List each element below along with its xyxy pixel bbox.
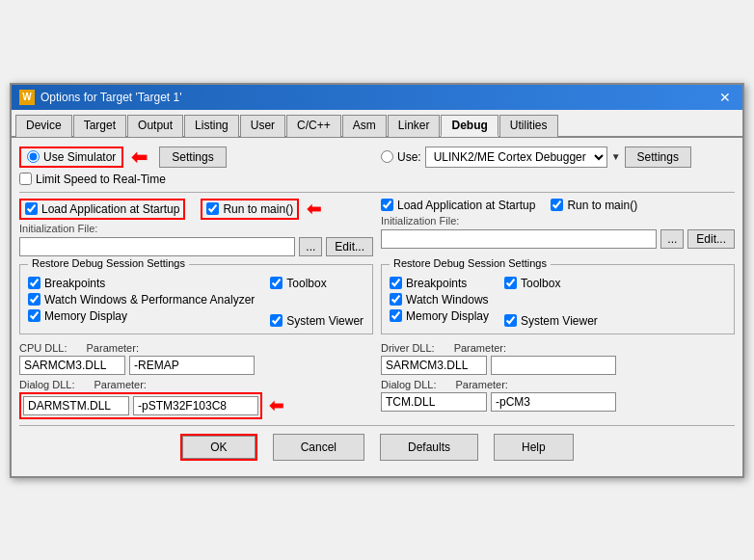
run-to-main-wrap-right: Run to main(): [551, 199, 637, 212]
memory-display-checkbox-right[interactable]: [390, 309, 402, 322]
driver-dll-group: Driver DLL: Parameter:: [381, 342, 616, 375]
watch-windows-checkbox-left[interactable]: [28, 293, 40, 306]
toolbox-row-right: Toolbox: [504, 277, 598, 290]
restore-title-left: Restore Debug Session Settings: [28, 257, 189, 269]
restore-group-right: Restore Debug Session Settings Breakpoin…: [381, 264, 735, 334]
app-icon: W: [19, 90, 35, 105]
init-file-input-left[interactable]: [19, 237, 295, 256]
close-button[interactable]: ✕: [715, 90, 735, 105]
use-simulator-radio[interactable]: [27, 150, 40, 163]
tab-cpp[interactable]: C/C++: [286, 115, 341, 137]
content-area: Use Simulator ⬅ Settings Use: ULINK2/ME …: [12, 138, 742, 476]
browse-button-left[interactable]: ...: [299, 237, 322, 256]
tab-output[interactable]: Output: [127, 115, 183, 137]
breakpoints-checkbox-right[interactable]: [390, 277, 402, 289]
toolbox-checkbox-right[interactable]: [504, 277, 517, 289]
load-app-checkbox-right[interactable]: [381, 199, 393, 211]
use-label: Use:: [397, 150, 421, 164]
driver-param-input[interactable]: [491, 356, 616, 375]
tab-listing[interactable]: Listing: [184, 115, 239, 137]
browse-button-right[interactable]: ...: [660, 229, 684, 249]
cpu-dll-input[interactable]: [19, 356, 125, 375]
system-viewer-label-left: System Viewer: [286, 314, 364, 328]
breakpoints-label-right: Breakpoints: [406, 277, 467, 290]
edit-button-right[interactable]: Edit...: [687, 229, 735, 249]
cpu-dll-group: CPU DLL: Parameter:: [19, 342, 255, 375]
tab-utilities[interactable]: Utilities: [499, 115, 558, 137]
system-viewer-checkbox-left[interactable]: [270, 314, 283, 327]
dialog-dll-left-group: Dialog DLL: Parameter: ⬅: [19, 379, 373, 419]
driver-dll-label: Driver DLL:: [381, 342, 435, 354]
run-to-main-checkbox-left[interactable]: [206, 202, 219, 215]
use-simulator-highlight: Use Simulator: [19, 147, 123, 168]
arrow-simulator: ⬅: [131, 146, 148, 169]
ok-button[interactable]: OK: [182, 436, 255, 459]
edit-button-left[interactable]: Edit...: [326, 237, 373, 256]
memory-display-label-left: Memory Display: [44, 309, 127, 323]
watch-windows-checkbox-right[interactable]: [390, 293, 402, 306]
dialog-dll-highlight-left: [19, 392, 262, 419]
bottom-buttons-bar: OK Cancel Defaults Help: [19, 425, 735, 468]
cpu-param-input[interactable]: [129, 356, 255, 375]
toolbox-label-right: Toolbox: [521, 277, 560, 290]
run-to-main-checkbox-right[interactable]: [551, 199, 563, 211]
help-button[interactable]: Help: [494, 434, 574, 461]
cpu-param-label-left: Parameter:: [87, 342, 139, 354]
watch-windows-label-right: Watch Windows: [406, 293, 489, 307]
dialog-dll-input-left[interactable]: [23, 396, 129, 415]
init-file-input-right[interactable]: [381, 229, 657, 249]
toolbox-checkbox-left[interactable]: [270, 277, 283, 289]
limit-speed-checkbox[interactable]: [19, 173, 32, 185]
dialog-dll-label-right: Dialog DLL:: [381, 379, 436, 390]
restore-group-left: Restore Debug Session Settings Breakpoin…: [19, 264, 373, 334]
dropdown-arrow: ▼: [611, 151, 621, 162]
system-viewer-label-right: System Viewer: [521, 314, 598, 328]
dialog-dll-label-left: Dialog DLL:: [19, 379, 74, 390]
memory-display-row-right: Memory Display: [390, 309, 489, 323]
cancel-button[interactable]: Cancel: [273, 434, 364, 461]
load-app-label-left: Load Application at Startup: [41, 202, 179, 216]
defaults-button[interactable]: Defaults: [380, 434, 478, 461]
restore-title-right: Restore Debug Session Settings: [390, 257, 551, 269]
dialog-param-label-right: Parameter:: [455, 379, 507, 390]
tab-target[interactable]: Target: [73, 115, 126, 137]
toolbox-label-left: Toolbox: [286, 277, 326, 290]
load-app-highlight-left: Load Application at Startup: [19, 199, 185, 220]
tab-device[interactable]: Device: [15, 115, 72, 137]
dialog-param-input-right[interactable]: [491, 392, 616, 412]
tabs-bar: Device Target Output Listing User C/C++ …: [12, 110, 742, 138]
memory-display-checkbox-left[interactable]: [28, 309, 40, 322]
right-settings-button[interactable]: Settings: [625, 147, 691, 168]
system-viewer-checkbox-right[interactable]: [504, 314, 517, 327]
tab-linker[interactable]: Linker: [388, 115, 441, 137]
tab-asm[interactable]: Asm: [342, 115, 387, 137]
breakpoints-checkbox-left[interactable]: [28, 277, 40, 289]
dialog-param-input-left[interactable]: [133, 396, 258, 415]
dialog-dll-right-group: Dialog DLL: Parameter:: [381, 379, 735, 412]
dialog-dll-input-right[interactable]: [381, 392, 487, 412]
system-viewer-row-right: System Viewer: [504, 314, 598, 328]
run-to-main-label-right: Run to main(): [567, 199, 637, 212]
left-settings-button[interactable]: Settings: [159, 147, 226, 168]
right-dll-section: Driver DLL: Parameter:: [381, 342, 735, 419]
watch-windows-row-left: Watch Windows & Performance Analyzer: [28, 293, 255, 307]
arrow-dialog-dll: ⬅: [269, 396, 283, 415]
run-to-main-label-left: Run to main(): [223, 202, 293, 216]
memory-display-row-left: Memory Display: [28, 309, 255, 323]
tab-user[interactable]: User: [240, 115, 285, 137]
title-bar: W Options for Target 'Target 1' ✕: [12, 85, 742, 110]
use-debugger-radio[interactable]: [381, 150, 393, 163]
driver-dll-input[interactable]: [381, 356, 487, 375]
tab-debug[interactable]: Debug: [441, 115, 498, 137]
debugger-dropdown[interactable]: ULINK2/ME Cortex Debugger: [425, 147, 607, 168]
system-viewer-row-left: System Viewer: [270, 314, 364, 328]
arrow-run-to-main: ⬅: [307, 199, 321, 220]
main-window: W Options for Target 'Target 1' ✕ Device…: [10, 83, 744, 478]
dialog-param-label-left: Parameter:: [94, 379, 146, 390]
left-dll-section: CPU DLL: Parameter:: [19, 342, 373, 419]
load-app-checkbox-left[interactable]: [25, 202, 38, 215]
ok-button-wrap: OK: [180, 434, 256, 461]
init-file-label-left: Initialization File:: [19, 223, 373, 234]
load-app-label-right: Load Application at Startup: [397, 199, 535, 212]
watch-windows-label-left: Watch Windows & Performance Analyzer: [44, 293, 255, 307]
